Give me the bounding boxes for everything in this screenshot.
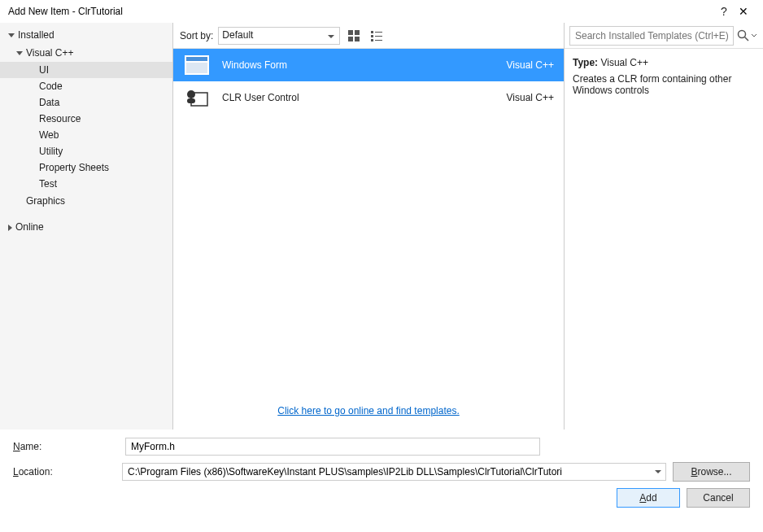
sidebar-item-code[interactable]: Code <box>0 78 172 94</box>
svg-line-17 <box>745 37 749 41</box>
svg-point-16 <box>739 30 746 37</box>
category-sidebar: Installed Visual C++ UI Code Data Resour… <box>0 23 173 430</box>
sidebar-item-data[interactable]: Data <box>0 94 172 111</box>
bottom-panel: Name: Location: Browse... Add Cancel <box>0 430 763 516</box>
svg-rect-1 <box>355 30 360 35</box>
grid-icon <box>348 30 360 41</box>
sidebar-item-utility[interactable]: Utility <box>0 143 172 159</box>
chevron-down-icon <box>16 51 23 55</box>
cancel-button[interactable]: Cancel <box>687 488 750 508</box>
titlebar: Add New Item - ClrTutorial ? ✕ <box>0 0 763 23</box>
search-button[interactable] <box>735 26 758 46</box>
svg-rect-3 <box>355 37 360 41</box>
chevron-down-icon[interactable] <box>655 470 661 473</box>
add-button[interactable]: Add <box>617 488 680 508</box>
sidebar-item-resource[interactable]: Resource <box>0 111 172 127</box>
view-small-icons-button[interactable] <box>368 27 386 45</box>
sort-by-select[interactable]: Default <box>218 27 340 45</box>
svg-rect-2 <box>348 37 353 41</box>
svg-rect-8 <box>371 39 373 41</box>
view-medium-icons-button[interactable] <box>345 27 363 45</box>
template-name: Windows Form <box>222 59 477 71</box>
online-templates-link[interactable]: Click here to go online and find templat… <box>277 405 459 416</box>
sidebar-item-ui[interactable]: UI <box>0 62 172 78</box>
sidebar-item-test[interactable]: Test <box>0 176 172 192</box>
windows-form-icon <box>183 54 211 76</box>
help-icon[interactable]: ? <box>716 5 732 18</box>
location-label: Location: <box>13 466 116 477</box>
template-name: CLR User Control <box>222 92 477 103</box>
list-icon <box>371 30 382 41</box>
template-row-clr-user-control[interactable]: CLR User Control Visual C++ <box>173 81 564 114</box>
sidebar-item-property-sheets[interactable]: Property Sheets <box>0 159 172 176</box>
svg-rect-11 <box>186 57 207 61</box>
template-lang: Visual C++ <box>489 59 554 71</box>
sidebar-online[interactable]: Online <box>0 218 172 236</box>
location-field[interactable] <box>122 463 666 481</box>
sidebar-item-web[interactable]: Web <box>0 127 172 143</box>
sidebar-item-graphics[interactable]: Graphics <box>0 192 172 210</box>
svg-rect-4 <box>371 31 373 33</box>
svg-rect-12 <box>186 63 207 73</box>
template-lang: Visual C++ <box>489 92 554 103</box>
svg-rect-0 <box>348 30 353 35</box>
name-field[interactable] <box>125 438 540 456</box>
type-label: Type: <box>573 57 598 68</box>
template-list: Windows Form Visual C++ CLR User Control… <box>173 49 564 392</box>
close-icon[interactable]: ✕ <box>732 5 755 18</box>
user-control-icon <box>183 86 211 109</box>
details-panel: Type: Visual C++ Creates a CLR form cont… <box>564 23 763 430</box>
svg-rect-5 <box>375 32 382 33</box>
svg-rect-6 <box>371 35 373 37</box>
svg-point-14 <box>187 90 195 98</box>
template-description: Creates a CLR form containing other Wind… <box>573 73 755 96</box>
type-value: Visual C++ <box>600 57 647 68</box>
name-label: Name: <box>13 441 119 452</box>
template-row-windows-form[interactable]: Windows Form Visual C++ <box>173 49 564 81</box>
chevron-right-icon <box>8 225 12 231</box>
sidebar-visual-cpp[interactable]: Visual C++ <box>0 44 172 62</box>
sort-by-label: Sort by: <box>180 30 213 41</box>
search-input[interactable] <box>569 26 734 46</box>
sidebar-installed[interactable]: Installed <box>0 26 172 44</box>
svg-rect-15 <box>187 98 195 103</box>
window-title: Add New Item - ClrTutorial <box>8 6 716 17</box>
toolbar: Sort by: Default <box>173 23 564 49</box>
chevron-down-icon <box>8 33 15 37</box>
online-templates-link-area: Click here to go online and find templat… <box>173 392 564 430</box>
svg-rect-9 <box>375 40 382 41</box>
chevron-down-icon <box>752 33 756 38</box>
browse-button[interactable]: Browse... <box>673 462 750 482</box>
magnifier-icon <box>737 29 750 42</box>
svg-rect-7 <box>375 36 382 37</box>
